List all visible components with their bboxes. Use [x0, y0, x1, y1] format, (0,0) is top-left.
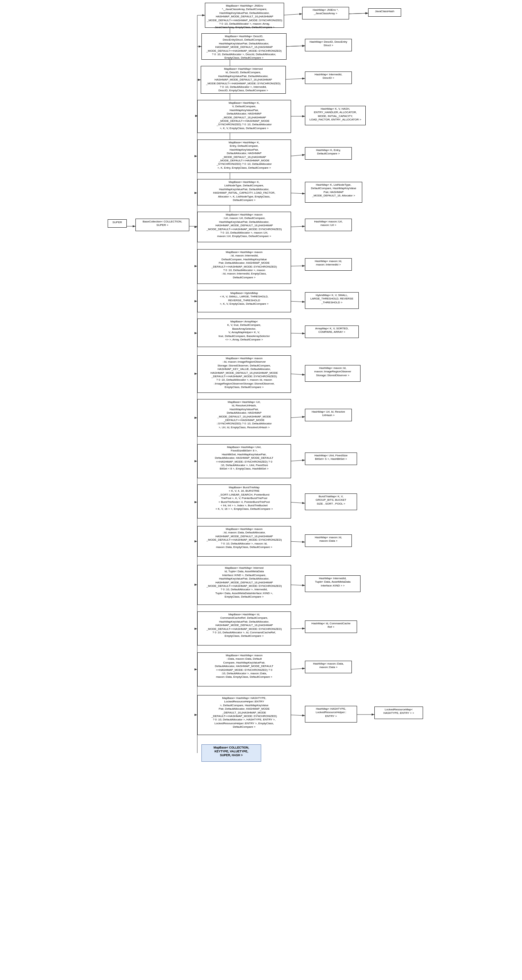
- mapbase-hybridmap-node: MapBase< HybridMap< K, V, SMALL, LARGE, …: [197, 290, 291, 312]
- mapbase-bursttrie-node: MapBase< BurstTrieMap< K, V, 4, 16, BURS…: [197, 484, 291, 519]
- svg-line-43: [289, 502, 305, 503]
- mapbase-maxon-data-node: MapBase< HashMap< maxon::Id, maxon::Data…: [197, 526, 291, 557]
- svg-line-32: [284, 78, 305, 80]
- mapbase-descid-node: MapBase< HashMap< DescID,DescEntryStruct…: [201, 33, 287, 60]
- svg-line-44: [289, 541, 305, 542]
- javaclasshash-node: JavaClassHash: [368, 8, 401, 17]
- hashmap-interned-tuple-node: HashMap< InternedId,Tuple< Data, AssetMe…: [305, 575, 361, 592]
- svg-line-38: [289, 301, 305, 302]
- svg-line-6: [281, 14, 302, 15]
- svg-line-39: [289, 333, 305, 334]
- mapbase-maxon-data2-node: MapBase< HashMap< maxon::Data, maxon::Da…: [197, 652, 291, 686]
- svg-line-41: [289, 417, 305, 418]
- svg-line-50: [347, 13, 368, 14]
- hashmap-maxon-data-node: HashMap< maxon::Id,maxon::Data >: [305, 535, 352, 547]
- mapbase-k-entry-node: MapBase< HashMap< K,Entry, DefaultCompar…: [197, 140, 291, 173]
- mapbase-maxon-url-node: MapBase< HashMap< maxon::Url, maxon::Url…: [197, 212, 291, 242]
- hybridmap-node: HybridMap< K, V, SMALL,LARGE_THRESHOLD, …: [305, 292, 359, 309]
- svg-line-46: [289, 628, 305, 629]
- lockedresource-node: LockedResourceMap<HASHTYPE, ENTRY > >: [374, 706, 423, 719]
- svg-line-45: [289, 585, 305, 585]
- mapbase-bottom-node: MapBase< COLLECTION,KEYTYPE, VALUETYPE,S…: [201, 745, 261, 762]
- hashmap-k-listnode-node: HashMap< K, ListNodeType,DefaultCompare,…: [305, 182, 362, 203]
- svg-line-34: [289, 155, 305, 156]
- mapbase-id-commandcache-node: MapBase< HashMap< Id,CommandCacheRef, De…: [197, 611, 291, 646]
- mapbase-hashtype-locked-node: MapBase< HashMap< HASHTYPE,LockedResourc…: [197, 695, 291, 735]
- basecollection-node: BaseCollection< COLLECTION, SUPER >: [136, 219, 189, 231]
- mapbase-uint-fixedsize-node: MapBase< HashMap< UInt,FixedSizeBitSet< …: [197, 444, 291, 478]
- hashmap-descid-node: HashMap< DescID, DescEntryStruct >: [305, 39, 352, 51]
- mapbase-interned-tuple-node: MapBase< HashMap< InternedId, Tuple< Dat…: [197, 565, 291, 605]
- svg-line-35: [289, 193, 305, 194]
- diagram-container: SUPER BaseCollection< COLLECTION, SUPER …: [0, 0, 522, 980]
- mapbase-kv-hash-node: MapBase< HashMap< K,V, DefaultCompare,Ha…: [197, 100, 291, 133]
- mapbase-jnienv-node: MapBase< HashMap< JNIEnv*,_JavaClassArra…: [205, 3, 284, 28]
- mapbase-arraymap-node: MapBase< ArrayMap<K, V, true, DefaultCom…: [197, 318, 291, 347]
- mapbase-maxon-id-node: MapBase< HashMap< maxon::Id, maxon::Inte…: [197, 249, 291, 284]
- svg-line-48: [289, 715, 305, 716]
- svg-line-31: [285, 46, 305, 46]
- svg-line-9: [285, 46, 305, 46]
- svg-line-42: [289, 460, 305, 461]
- hashmap-kv-hash-node: HashMap< K, V, HASH,ENTRY_HANDLER, ALLOC…: [305, 106, 366, 125]
- svg-line-40: [289, 374, 305, 375]
- hashmap-url-resolve-node: HashMap< Url, Id, ResolveUrlHash >: [305, 409, 352, 421]
- hashmap-id-commandcache-node: HashMap< Id, CommandCacheRef >: [305, 620, 357, 633]
- svg-line-47: [289, 668, 305, 670]
- hashmap-maxon-id-node: HashMap< maxon::Id,maxon::InternedId >: [305, 258, 352, 271]
- mapbase-k-listnode-node: MapBase< HashMap< K,ListNodeType, Defaul…: [197, 179, 291, 205]
- hashmap-imageregion-node: HashMap< maxon::Id,maxon::ImageRegionObs…: [305, 365, 361, 382]
- hashmap-internedid-node: HashMap< InternedId,DescID >: [305, 72, 352, 84]
- hashmap-hashtype-node: HashMap< HASHTYPE,LockedResourceHelper::…: [305, 706, 357, 722]
- svg-line-37: [289, 266, 305, 266]
- super-node: SUPER: [108, 219, 127, 228]
- hashmap-uint-fixedsize-node: HashMap< UInt, FixedSizeBitSet< S >, Has…: [305, 452, 357, 465]
- mapbase-url-resolve-node: MapBase< HashMap< Url,Id, ResolveUrlHash…: [197, 399, 291, 437]
- hashmap-k-entry-node: HashMap< K, Entry,DefaultCompare >: [305, 147, 352, 160]
- mapbase-interned-node: MapBase< HashMap< InternedId, DescID, De…: [201, 66, 286, 94]
- hashmap-maxon-url-node: HashMap< maxon::Url,maxon::Url >: [305, 219, 352, 231]
- svg-line-7: [347, 13, 368, 14]
- hashmap-maxon-data2-node: HashMap< maxon::Data,maxon::Data >: [305, 661, 352, 673]
- arraymap-node: ArrayMap< K, V, SORTED,COMPARE, ARRAY >: [305, 326, 359, 338]
- mapbase-imageregion-node: MapBase< HashMap< maxon::Id, maxon::Imag…: [197, 355, 291, 393]
- bursttriemap-node: BurstTriaMap< K, V,GROUP_BITS, BUCKETSIZ…: [305, 493, 357, 510]
- hashmap-jnienv-node: HashMap< JNIEnv *,_JavaClassArray >: [302, 7, 349, 19]
- svg-line-36: [289, 226, 305, 227]
